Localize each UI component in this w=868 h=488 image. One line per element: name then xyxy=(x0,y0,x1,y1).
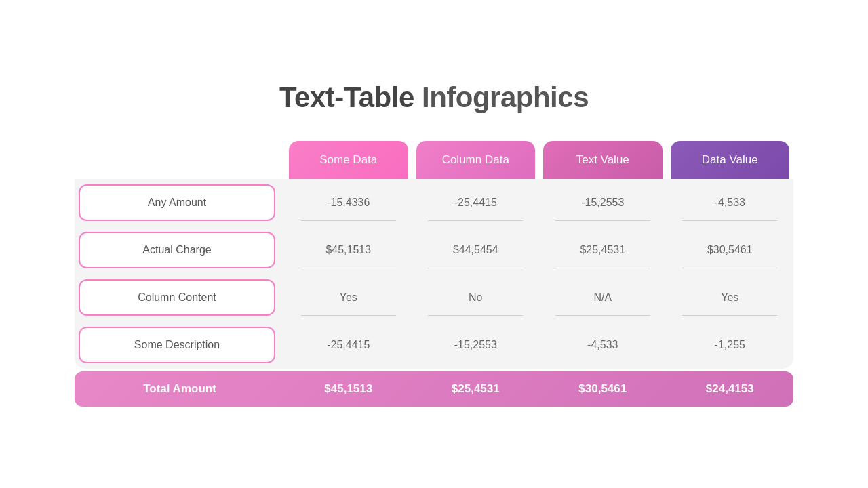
row-label-text-2: Actual Charge xyxy=(79,232,275,268)
cell-r1-c3: -15,2553 xyxy=(543,184,663,221)
cell-r2-c4: $30,5461 xyxy=(671,232,790,268)
row-label-text-1: Any Amount xyxy=(79,184,275,221)
cell-r2-c3: $25,4531 xyxy=(543,232,663,268)
page-title-bold: Text-Table xyxy=(279,81,414,113)
table-row-1: Any Amount-15,4336-25,4415-15,2553-4,533 xyxy=(75,179,793,226)
table-row-2: Actual Charge$45,1513$44,5454$25,4531$30… xyxy=(75,226,793,274)
total-row: Total Amount$45,1513$25,4531$30,5461$24,… xyxy=(75,371,793,407)
cell-r4-c1: -25,4415 xyxy=(289,327,408,363)
row-label-text-3: Column Content xyxy=(79,279,275,316)
cell-r4-c3: -4,533 xyxy=(543,327,663,363)
row-label-3: Column Content xyxy=(75,274,285,321)
table-body: Any Amount-15,4336-25,4415-15,2553-4,533… xyxy=(75,179,793,369)
col-header-2: Column Data xyxy=(416,141,536,179)
cell-r1-c1: -15,4336 xyxy=(289,184,408,221)
cell-r4-c4: -1,255 xyxy=(671,327,790,363)
total-cell-1: $45,1513 xyxy=(289,382,408,396)
total-cell-4: $24,4153 xyxy=(671,382,790,396)
total-cell-2: $25,4531 xyxy=(416,382,536,396)
col-header-1: Some Data xyxy=(289,141,408,179)
page-title-normal: Infographics xyxy=(414,81,589,113)
cell-r3-c2: No xyxy=(416,279,536,316)
cell-r2-c2: $44,5454 xyxy=(416,232,536,268)
cell-r3-c1: Yes xyxy=(289,279,408,316)
table-row-4: Some Description-25,4415-15,2553-4,533-1… xyxy=(75,321,793,369)
page-title: Text-Table Infographics xyxy=(279,81,589,114)
row-label-2: Actual Charge xyxy=(75,226,285,274)
header-row: Some DataColumn DataText ValueData Value xyxy=(75,141,793,179)
cell-r1-c4: -4,533 xyxy=(671,184,790,221)
cell-r2-c1: $45,1513 xyxy=(289,232,408,268)
total-cell-3: $30,5461 xyxy=(543,382,663,396)
cell-r3-c3: N/A xyxy=(543,279,663,316)
col-header-3: Text Value xyxy=(543,141,663,179)
row-label-text-4: Some Description xyxy=(79,327,275,363)
table-row-3: Column ContentYesNoN/AYes xyxy=(75,274,793,321)
col-header-4: Data Value xyxy=(671,141,790,179)
row-label-1: Any Amount xyxy=(75,179,285,226)
row-label-4: Some Description xyxy=(75,321,285,369)
cell-r3-c4: Yes xyxy=(671,279,790,316)
total-label: Total Amount xyxy=(75,382,285,396)
cell-r1-c2: -25,4415 xyxy=(416,184,536,221)
cell-r4-c2: -15,2553 xyxy=(416,327,536,363)
infographic-table: Some DataColumn DataText ValueData Value… xyxy=(75,141,793,407)
